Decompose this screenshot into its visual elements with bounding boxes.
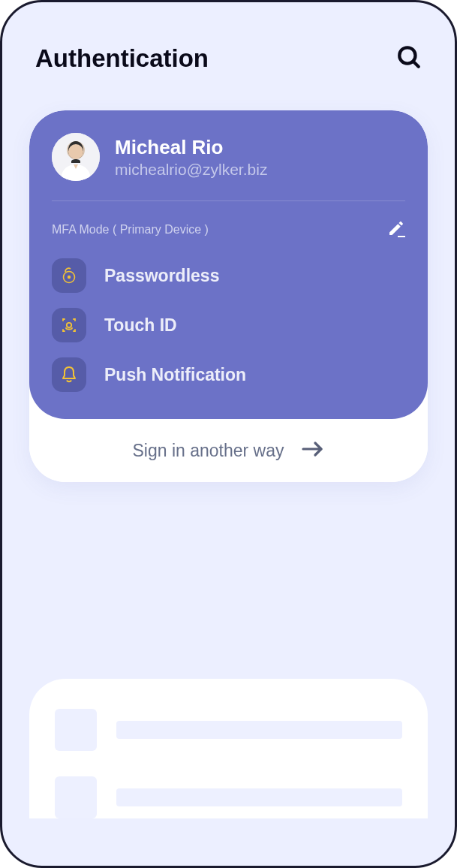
skeleton-row: [55, 709, 402, 751]
mfa-item-label: Push Notification: [104, 365, 246, 385]
profile-name: Micheal Rio: [115, 136, 267, 159]
skeleton-row: [55, 776, 402, 818]
push-icon: [52, 357, 86, 392]
profile-info: Micheal Rio michealrio@zylker.biz: [115, 136, 267, 179]
touchid-icon: [52, 308, 86, 342]
profile-row: Micheal Rio michealrio@zylker.biz: [52, 133, 405, 181]
header: Authentication: [2, 2, 455, 97]
skeleton-square: [55, 709, 97, 751]
skeleton-card: [29, 679, 428, 818]
edit-icon[interactable]: [387, 219, 405, 240]
skeleton-bar: [116, 788, 402, 806]
mfa-item-push[interactable]: Push Notification: [52, 357, 405, 392]
auth-card: Micheal Rio michealrio@zylker.biz MFA Mo…: [29, 110, 428, 419]
svg-rect-5: [398, 236, 405, 237]
auth-card-wrapper: Micheal Rio michealrio@zylker.biz MFA Mo…: [29, 110, 428, 482]
svg-point-8: [67, 323, 71, 327]
passwordless-icon: [52, 258, 86, 293]
skeleton-bar: [116, 721, 402, 739]
mfa-header: MFA Mode ( Primary Device ): [52, 219, 405, 240]
svg-point-7: [68, 276, 71, 279]
skeleton-square: [55, 776, 97, 818]
page-title: Authentication: [35, 44, 209, 73]
mfa-item-label: Passwordless: [104, 266, 219, 286]
svg-line-1: [413, 62, 419, 67]
mfa-item-touchid[interactable]: Touch ID: [52, 308, 405, 342]
mfa-list: Passwordless Touch ID: [52, 258, 405, 392]
profile-email: michealrio@zylker.biz: [115, 161, 267, 179]
divider: [52, 200, 405, 201]
mfa-item-label: Touch ID: [104, 315, 177, 336]
mfa-mode-label: MFA Mode ( Primary Device ): [52, 223, 209, 237]
signin-label: Sign in another way: [132, 441, 284, 461]
signin-another-way[interactable]: Sign in another way: [29, 419, 428, 482]
mfa-item-passwordless[interactable]: Passwordless: [52, 258, 405, 293]
arrow-right-icon: [301, 440, 325, 461]
search-icon[interactable]: [396, 44, 422, 73]
svg-point-4: [68, 144, 83, 159]
avatar: [52, 133, 100, 181]
phone-frame: Authentication: [0, 0, 457, 868]
